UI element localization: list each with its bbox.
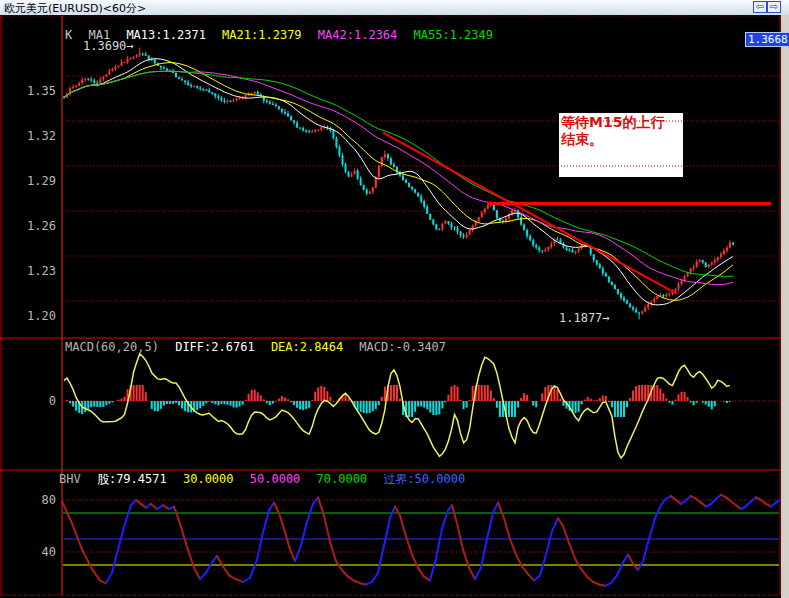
nav-forward-button[interactable]: ⇨: [767, 1, 781, 13]
arrow-left-icon: ⇦: [756, 1, 764, 12]
y-axis-label: 1.20: [0, 309, 56, 323]
bhv-param30-label: 30.0000: [183, 472, 234, 486]
macd-params-label: MACD(60,20,5): [65, 340, 159, 354]
panel-borders: [0, 16, 781, 595]
macd-zero-label: 0: [0, 394, 56, 408]
bhv-value-label: 股:79.4571: [97, 472, 167, 486]
diff-value-label: DIFF:2.6761: [175, 340, 254, 354]
ma-lines-layer: [64, 59, 733, 305]
ma55-label: MA55:1.2349: [414, 28, 493, 42]
high-price-annotation: 1.3690→: [83, 39, 134, 53]
dea-value-label: DEA:2.8464: [271, 340, 343, 354]
bhv-name-label: BHV: [59, 472, 81, 486]
bhv-level40-label: 40: [0, 545, 56, 559]
price-macd-bhv-plot[interactable]: [0, 15, 781, 598]
candles-layer: [63, 48, 734, 320]
macd-value-label: MACD:-0.3407: [359, 340, 446, 354]
title-bar: 欧元美元(EURUSD)<60分> ⇦ ⇨: [0, 0, 789, 16]
app-window: 欧元美元(EURUSD)<60分> ⇦ ⇨ 等待M15的上行 结束。 K MA1…: [0, 0, 789, 598]
low-price-annotation: 1.1877→: [559, 311, 610, 325]
y-axis-label: 1.32: [0, 129, 56, 143]
nav-back-button[interactable]: ⇦: [753, 1, 767, 13]
ma42-label: MA42:1.2364: [318, 28, 397, 42]
bhv-curve: [62, 495, 779, 586]
y-axis-label: 1.26: [0, 219, 56, 233]
y-axis-label: 1.35: [0, 84, 56, 98]
bhv-param70-label: 70.0000: [317, 472, 368, 486]
bhv-threshold-label: 过界:50.0000: [383, 472, 465, 486]
bhv-level80-label: 80: [0, 493, 56, 507]
price-readout-badge: 1.3668: [745, 32, 789, 47]
price-gridlines: [63, 76, 779, 301]
macd-layer: [63, 354, 779, 458]
window-title: 欧元美元(EURUSD)<60分>: [4, 1, 146, 16]
bhv-header: BHV 股:79.4571 30.0000 50.0000 70.0000 过界…: [59, 471, 474, 488]
ma13-label: MA13:1.2371: [126, 28, 205, 42]
y-axis-label: 1.29: [0, 174, 56, 188]
arrow-right-icon: ⇨: [770, 1, 778, 12]
y-axis-label: 1.23: [0, 264, 56, 278]
chart-type-label: K: [65, 28, 72, 42]
window-right-edge: [781, 15, 789, 598]
ma21-label: MA21:1.2379: [222, 28, 301, 42]
macd-header: MACD(60,20,5) DIFF:2.6761 DEA:2.8464 MAC…: [65, 340, 455, 354]
bhv-param50-label: 50.0000: [250, 472, 301, 486]
bhv-level-lines: [63, 500, 779, 565]
